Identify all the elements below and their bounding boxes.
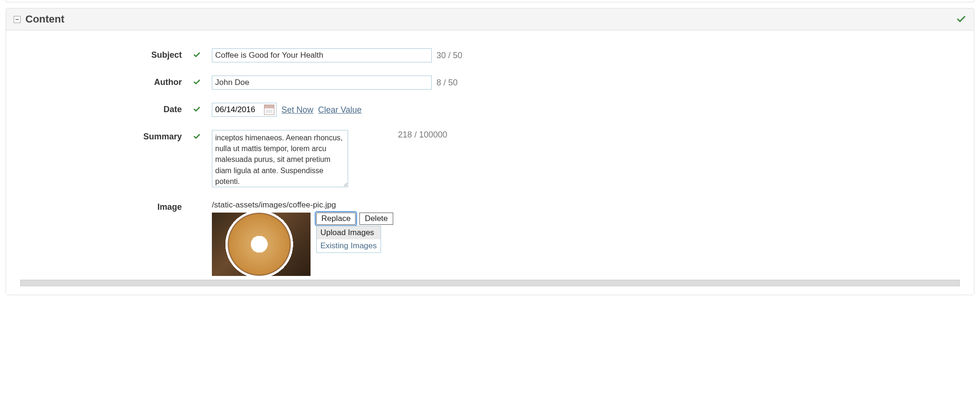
minus-icon xyxy=(15,17,19,22)
date-label: Date xyxy=(19,103,193,115)
subject-counter: 30 / 50 xyxy=(436,51,462,61)
image-controls-row: Replace Delete Upload Images Existing Im… xyxy=(212,213,393,276)
panel-status-valid xyxy=(956,14,966,24)
previous-panel-bottom xyxy=(6,0,974,2)
summary-textarea[interactable] xyxy=(212,130,348,187)
image-row: Image /static-assets/images/coffee-pic.j… xyxy=(19,200,961,276)
image-section: /static-assets/images/coffee-pic.jpg Rep… xyxy=(212,200,393,276)
collapse-toggle[interactable] xyxy=(14,16,21,23)
replace-dropdown: Upload Images Existing Images xyxy=(316,226,381,253)
panel-title: Content xyxy=(25,13,64,25)
check-icon xyxy=(956,14,966,24)
panel-title-wrap: Content xyxy=(14,13,64,25)
author-label: Author xyxy=(19,76,193,87)
author-row: Author 8 / 50 xyxy=(19,76,961,90)
subject-input[interactable] xyxy=(212,48,432,62)
clear-value-link[interactable]: Clear Value xyxy=(318,105,362,115)
check-icon xyxy=(193,106,201,113)
image-label: Image xyxy=(19,200,193,212)
replace-button[interactable]: Replace xyxy=(316,213,356,225)
subject-label: Subject xyxy=(19,48,193,60)
date-input[interactable] xyxy=(215,105,261,115)
image-button-row: Replace Delete xyxy=(316,213,393,225)
author-counter: 8 / 50 xyxy=(436,78,458,88)
content-panel-header: Content xyxy=(6,8,974,31)
check-icon xyxy=(193,133,201,140)
image-button-column: Replace Delete Upload Images Existing Im… xyxy=(316,213,393,253)
summary-valid xyxy=(193,130,212,140)
date-valid xyxy=(193,103,212,113)
author-input[interactable] xyxy=(212,76,432,90)
calendar-icon[interactable] xyxy=(264,105,274,115)
check-icon xyxy=(193,51,201,59)
author-valid xyxy=(193,76,212,86)
upload-images-item[interactable]: Upload Images xyxy=(317,226,381,239)
content-panel-body: Subject 30 / 50 Author 8 / 50 Date xyxy=(6,31,974,295)
image-valid-spacer xyxy=(193,200,212,203)
delete-button[interactable]: Delete xyxy=(359,213,393,225)
existing-images-item[interactable]: Existing Images xyxy=(317,239,381,252)
subject-valid xyxy=(193,48,212,59)
editor-toolbar-strip xyxy=(20,280,960,286)
summary-row: Summary 218 / 100000 xyxy=(19,130,961,187)
image-path: /static-assets/images/coffee-pic.jpg xyxy=(212,200,393,210)
image-thumbnail[interactable] xyxy=(212,213,311,276)
check-icon xyxy=(193,78,201,86)
date-field-wrap xyxy=(212,103,277,117)
date-row: Date Set Now Clear Value xyxy=(19,103,961,117)
set-now-link[interactable]: Set Now xyxy=(281,105,313,115)
summary-counter: 218 / 100000 xyxy=(398,130,447,140)
summary-label: Summary xyxy=(19,130,193,142)
subject-row: Subject 30 / 50 xyxy=(19,48,961,62)
content-panel: Content Subject 30 / 50 Author xyxy=(6,8,974,295)
